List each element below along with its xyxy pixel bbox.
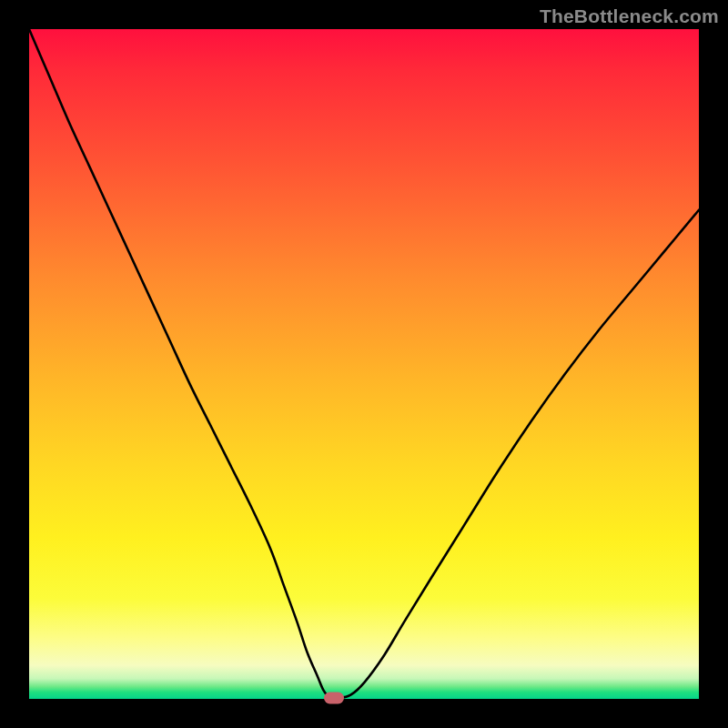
plot-area — [29, 29, 699, 699]
watermark-text: TheBottleneck.com — [540, 5, 719, 27]
bottleneck-curve — [29, 29, 699, 699]
chart-frame: TheBottleneck.com — [0, 0, 728, 728]
optimum-marker — [324, 693, 344, 704]
